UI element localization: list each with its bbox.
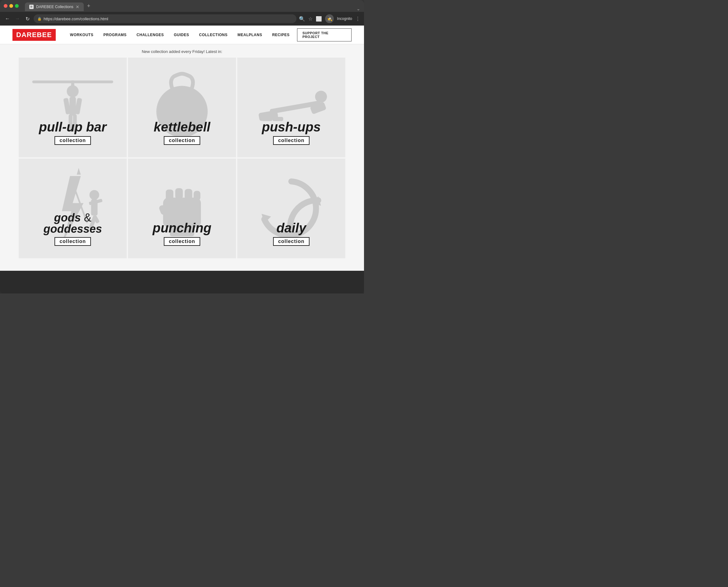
svg-point-1 xyxy=(67,85,78,97)
nav-mealplans[interactable]: MEALPLANS xyxy=(233,26,267,44)
nav-challenges[interactable]: CHALLENGES xyxy=(132,26,169,44)
svg-rect-14 xyxy=(310,101,326,114)
svg-line-3 xyxy=(73,80,74,91)
url-text: https://darebee.com/collections.html xyxy=(44,17,108,21)
collection-card-kettlebell[interactable]: kettlebell collection xyxy=(128,57,236,157)
announcement-text: New collection added every Friday! Lates… xyxy=(19,44,345,57)
svg-rect-20 xyxy=(89,199,103,205)
collection-card-pushups[interactable]: push-ups collection xyxy=(237,57,345,157)
minimize-button[interactable] xyxy=(9,4,13,8)
menu-icon[interactable]: ⋮ xyxy=(355,16,360,22)
svg-rect-30 xyxy=(159,204,167,215)
website-content: DAREBEE WORKOUTS PROGRAMS CHALLENGES GUI… xyxy=(0,26,364,271)
card-title-pushups: push-ups xyxy=(262,121,321,134)
new-tab-button[interactable]: + xyxy=(84,1,93,11)
back-button[interactable]: ← xyxy=(4,16,11,22)
collection-card-daily[interactable]: daily collection xyxy=(237,159,345,258)
card-subtitle-punching: collection xyxy=(164,237,200,246)
tab-close-button[interactable]: ✕ xyxy=(76,4,79,9)
card-subtitle-pushups: collection xyxy=(273,136,310,145)
svg-rect-0 xyxy=(32,80,113,83)
refresh-button[interactable]: ↻ xyxy=(24,16,31,22)
card-content-pushups: push-ups collection xyxy=(262,121,321,145)
title-bar: D DAREBEE Collections ✕ + ⌄ xyxy=(0,0,364,12)
svg-rect-26 xyxy=(166,189,173,200)
svg-rect-28 xyxy=(185,189,192,200)
address-bar: ← → ↻ 🔒 https://darebee.com/collections.… xyxy=(0,12,364,26)
card-subtitle-daily: collection xyxy=(273,237,310,246)
tab-favicon: D xyxy=(29,5,34,9)
site-logo[interactable]: DAREBEE xyxy=(13,29,56,41)
maximize-button[interactable] xyxy=(15,4,19,8)
lock-icon: 🔒 xyxy=(38,17,42,21)
nav-recipes[interactable]: RECIPES xyxy=(267,26,295,44)
card-title-punching: punching xyxy=(152,221,212,235)
card-title-gods-line1: gods & xyxy=(43,212,102,224)
svg-rect-4 xyxy=(69,97,76,116)
tab-bar: D DAREBEE Collections ✕ + ⌄ xyxy=(25,1,360,11)
card-title-pullup: pull-up bar xyxy=(39,121,106,134)
profile-button[interactable]: 🕵 xyxy=(325,14,334,23)
incognito-label: Incognito xyxy=(337,17,352,21)
svg-line-2 xyxy=(71,80,73,91)
collections-grid: pull-up bar collection xyxy=(19,57,345,258)
close-button[interactable] xyxy=(4,4,7,8)
svg-rect-6 xyxy=(75,98,82,115)
active-tab[interactable]: D DAREBEE Collections ✕ xyxy=(25,2,84,11)
svg-rect-29 xyxy=(194,191,200,200)
nav-programs[interactable]: PROGRAMS xyxy=(98,26,132,44)
card-subtitle-gods: collection xyxy=(54,237,91,246)
svg-rect-12 xyxy=(270,100,321,114)
collection-card-punching[interactable]: punching collection xyxy=(128,159,236,258)
svg-rect-5 xyxy=(63,98,71,115)
browser-window: D DAREBEE Collections ✕ + ⌄ ← → ↻ 🔒 http… xyxy=(0,0,364,294)
svg-marker-32 xyxy=(262,214,271,223)
card-title-gods-line2: goddesses xyxy=(43,224,102,235)
card-content-punching: punching collection xyxy=(152,221,212,246)
nav-workouts[interactable]: WORKOUTS xyxy=(65,26,98,44)
traffic-lights xyxy=(4,4,19,8)
tab-title: DAREBEE Collections xyxy=(36,5,73,9)
collection-card-pullup[interactable]: pull-up bar collection xyxy=(19,57,127,157)
card-subtitle-pullup: collection xyxy=(54,136,91,145)
incognito-icon: 🕵 xyxy=(327,16,332,21)
card-content-kettlebell: kettlebell collection xyxy=(153,121,210,145)
bookmark-icon[interactable]: ☆ xyxy=(308,16,313,22)
svg-marker-33 xyxy=(312,196,321,206)
svg-rect-10 xyxy=(173,87,191,95)
collection-card-gods[interactable]: gods & goddesses collection xyxy=(19,159,127,258)
svg-marker-24 xyxy=(77,168,81,175)
card-title-daily: daily xyxy=(273,221,310,235)
card-subtitle-kettlebell: collection xyxy=(164,136,200,145)
svg-rect-27 xyxy=(175,188,183,199)
card-title-kettlebell: kettlebell xyxy=(153,121,210,134)
tab-menu-arrow[interactable]: ⌄ xyxy=(357,6,360,11)
card-content-pullup: pull-up bar collection xyxy=(39,121,106,145)
forward-button[interactable]: → xyxy=(14,16,21,22)
toolbar-icons: 🔍 ☆ ⬜ 🕵 Incognito ⋮ xyxy=(299,14,360,23)
support-project-button[interactable]: SUPPORT THE PROJECT xyxy=(297,28,351,42)
address-field[interactable]: 🔒 https://darebee.com/collections.html xyxy=(34,14,296,23)
svg-point-11 xyxy=(315,91,327,102)
search-icon[interactable]: 🔍 xyxy=(299,16,305,22)
split-view-icon[interactable]: ⬜ xyxy=(316,16,322,22)
card-content-gods: gods & goddesses collection xyxy=(43,212,102,246)
site-nav: DAREBEE WORKOUTS PROGRAMS CHALLENGES GUI… xyxy=(0,26,364,44)
card-content-daily: daily collection xyxy=(273,221,310,246)
svg-point-18 xyxy=(89,190,99,200)
nav-collections[interactable]: COLLECTIONS xyxy=(194,26,233,44)
nav-links: WORKOUTS PROGRAMS CHALLENGES GUIDES COLL… xyxy=(65,26,351,44)
nav-guides[interactable]: GUIDES xyxy=(169,26,194,44)
site-main: New collection added every Friday! Lates… xyxy=(0,44,364,271)
